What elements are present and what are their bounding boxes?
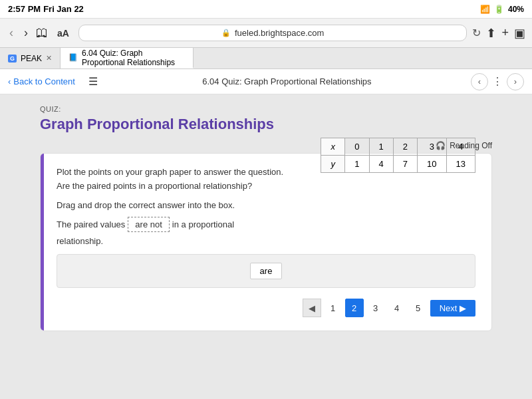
table-header-0: 0 bbox=[345, 138, 369, 156]
sentence-part3: relationship. bbox=[57, 236, 103, 246]
quiz-card: x01234 y1471013 Plot the points on your … bbox=[40, 153, 492, 331]
sentence-part2: in a proportional bbox=[172, 219, 234, 229]
next-button-label: Next ▶ bbox=[440, 303, 466, 313]
table-cell-y5: 13 bbox=[446, 156, 475, 173]
forward-button[interactable]: › bbox=[21, 26, 31, 40]
bookmarks-icon: 🕮 bbox=[36, 26, 48, 40]
next-button[interactable]: Next ▶ bbox=[430, 300, 475, 317]
table-cell-y2: 4 bbox=[369, 156, 393, 173]
pagination: ◀ 1 2 3 4 5 Next ▶ bbox=[57, 299, 475, 317]
dnd-sentence-cont: relationship. bbox=[57, 236, 475, 246]
pagination-page-3[interactable]: 3 bbox=[366, 299, 385, 317]
tab-peak-label: PEAK bbox=[21, 54, 42, 63]
tab-peak-close[interactable]: ✕ bbox=[46, 54, 52, 63]
tab-peak[interactable]: G PEAK ✕ bbox=[0, 48, 61, 68]
main-area: QUIZ: Graph Proportional Relationships 🎧… bbox=[0, 94, 532, 399]
tab-quiz-label: 6.04 Quiz: Graph Proportional Relationsh… bbox=[82, 49, 185, 67]
pagination-page-2[interactable]: 2 bbox=[345, 299, 364, 317]
pagination-prev-button[interactable]: ◀ bbox=[303, 299, 321, 317]
page-title-nav: 6.04 Quiz: Graph Proportional Relationsh… bbox=[103, 76, 471, 86]
more-options-button[interactable]: ⋮ bbox=[488, 75, 507, 88]
new-tab-button[interactable]: + bbox=[501, 26, 509, 40]
back-to-content-label: Back to Content bbox=[13, 76, 75, 86]
table-header-4: 4 bbox=[446, 138, 475, 156]
back-button[interactable]: ‹ bbox=[7, 26, 16, 40]
dnd-sentence: The paired values are not in a proportio… bbox=[57, 217, 475, 232]
table-cell-y4: 10 bbox=[418, 156, 446, 173]
time: 2:57 PM bbox=[8, 4, 41, 14]
dnd-chip-are[interactable]: are bbox=[250, 263, 283, 279]
status-bar: 2:57 PM Fri Jan 22 📶 🔋 40% bbox=[0, 0, 532, 19]
pagination-page-1[interactable]: 1 bbox=[324, 299, 342, 317]
wifi-icon: 📶 bbox=[480, 5, 490, 14]
pagination-page-5[interactable]: 5 bbox=[409, 299, 428, 317]
reload-button[interactable]: ↻ bbox=[472, 27, 481, 39]
content-nav: ‹ Back to Content ☰ 6.04 Quiz: Graph Pro… bbox=[0, 69, 532, 94]
hamburger-button[interactable]: ☰ bbox=[83, 75, 103, 88]
lock-icon: 🔒 bbox=[221, 29, 231, 37]
dnd-answer-area[interactable]: are bbox=[57, 254, 475, 288]
table-header-2: 2 bbox=[393, 138, 417, 156]
table-cell-y1: 1 bbox=[345, 156, 369, 173]
tab-quiz[interactable]: 📘 6.04 Quiz: Graph Proportional Relation… bbox=[61, 48, 194, 68]
table-header-3: 3 bbox=[418, 138, 446, 156]
prev-page-button[interactable]: ‹ bbox=[471, 73, 488, 90]
table-cell-y3: 7 bbox=[393, 156, 417, 173]
url-text: fueled.brightspace.com bbox=[235, 28, 324, 38]
battery-icon: 🔋 bbox=[494, 5, 504, 14]
question-instruction2: Are the paired points in a proportional … bbox=[57, 181, 475, 191]
tab-peak-favicon: G bbox=[8, 55, 17, 63]
quiz-label: QUIZ: bbox=[40, 105, 492, 113]
pagination-page-4[interactable]: 4 bbox=[388, 299, 406, 317]
address-bar[interactable]: 🔒 fueled.brightspace.com bbox=[78, 25, 467, 41]
date: Fri Jan 22 bbox=[43, 4, 84, 14]
back-chevron-icon: ‹ bbox=[8, 76, 11, 86]
tab-bar: G PEAK ✕ 📘 6.04 Quiz: Graph Proportional… bbox=[0, 48, 532, 69]
tab-quiz-favicon: 📘 bbox=[68, 53, 78, 62]
sentence-part1: The paired values bbox=[57, 219, 125, 229]
table-header-1: 1 bbox=[369, 138, 393, 156]
quiz-title: Graph Proportional Relationships bbox=[40, 116, 492, 133]
table-header-label: x bbox=[321, 138, 345, 156]
share-button[interactable]: ⬆ bbox=[486, 26, 496, 41]
next-page-button[interactable]: › bbox=[507, 73, 524, 90]
dnd-instruction: Drag and drop the correct answer into th… bbox=[57, 200, 475, 210]
table-row-label: y bbox=[321, 156, 345, 173]
tabs-button[interactable]: ▣ bbox=[514, 26, 525, 41]
data-table: x01234 y1471013 bbox=[321, 138, 475, 173]
browser-chrome: ‹ › 🕮 aA 🔒 fueled.brightspace.com ↻ ⬆ + … bbox=[0, 19, 532, 48]
card-accent bbox=[41, 154, 44, 331]
battery-level: 40% bbox=[508, 5, 524, 14]
text-size-label[interactable]: aA bbox=[53, 28, 73, 39]
dnd-drop-box[interactable]: are not bbox=[128, 217, 169, 232]
back-to-content-link[interactable]: ‹ Back to Content bbox=[8, 76, 75, 86]
